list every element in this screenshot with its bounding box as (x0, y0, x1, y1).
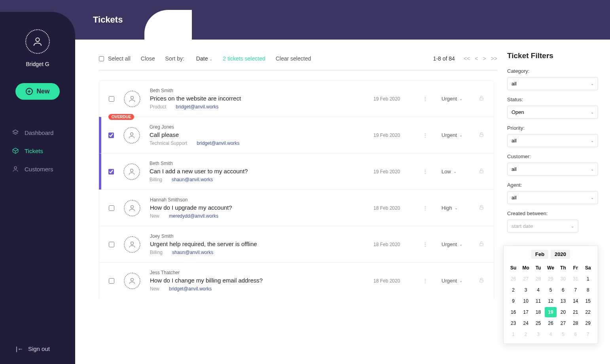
pager-prev[interactable]: < (475, 55, 478, 62)
calendar-day[interactable]: 7 (570, 285, 581, 295)
pager-first[interactable]: << (464, 55, 470, 62)
pager-last[interactable]: >> (491, 55, 497, 62)
select-all[interactable]: Select all (99, 55, 131, 62)
pager-next[interactable]: > (483, 55, 486, 62)
calendar-day[interactable]: 20 (557, 307, 569, 317)
new-button[interactable]: + New (15, 83, 60, 100)
calendar-day[interactable]: 24 (520, 318, 531, 328)
calendar-day[interactable]: 15 (582, 296, 594, 306)
ticket-priority[interactable]: Urgent ⌄ (441, 132, 469, 138)
calendar-day[interactable]: 6 (570, 329, 581, 339)
priority-select[interactable]: all ⌄ (507, 134, 598, 147)
calendar-year[interactable]: 2020 (551, 250, 570, 259)
ticket-card[interactable]: Joey SmithUrgent help required, the serv… (99, 226, 494, 263)
calendar-day[interactable]: 29 (582, 318, 594, 328)
calendar-day[interactable]: 9 (508, 296, 519, 306)
ticket-priority[interactable]: Urgent ⌄ (441, 278, 469, 284)
calendar-day[interactable]: 4 (532, 285, 544, 295)
nav-dashboard[interactable]: Dashboard (12, 123, 75, 142)
calendar-day[interactable]: 5 (545, 285, 556, 295)
ticket-meta: Technical Supportbridget@anvil.works (150, 140, 364, 146)
select-all-checkbox[interactable] (99, 56, 104, 61)
ticket-date: 18 Feb 2020 (373, 205, 409, 211)
calendar-day[interactable]: 10 (520, 296, 531, 306)
calendar-day[interactable]: 1 (508, 329, 519, 339)
calendar-day[interactable]: 2 (508, 285, 519, 295)
ticket-category: New (150, 213, 159, 219)
nav-tickets[interactable]: Tickets (12, 142, 75, 160)
calendar-day[interactable]: 30 (557, 274, 569, 284)
calendar-day[interactable]: 21 (570, 307, 581, 317)
calendar-day[interactable]: 17 (520, 307, 531, 317)
calendar-day[interactable]: 25 (532, 318, 544, 328)
calendar-day[interactable]: 5 (557, 329, 569, 339)
sortby-label: Sort by: (165, 55, 184, 62)
calendar-day[interactable]: 26 (508, 274, 519, 284)
ticket-priority[interactable]: Low ⌄ (441, 169, 469, 174)
calendar-day[interactable]: 16 (508, 307, 519, 317)
calendar-month[interactable]: Feb (531, 250, 548, 259)
calendar-day[interactable]: 13 (557, 296, 569, 306)
calendar-day[interactable]: 8 (582, 285, 594, 295)
ticket-card[interactable]: Jess ThatcherHow do I change my billing … (99, 262, 494, 299)
ticket-card[interactable]: Beth SmithCan I add a new user to my acc… (99, 153, 494, 190)
ticket-body: Hannah SmithsonHow do I upgrade my accou… (150, 197, 364, 219)
calendar-day[interactable]: 7 (582, 329, 594, 339)
signout-link[interactable]: |← Sign out (16, 345, 50, 352)
ticket-checkbox[interactable] (109, 205, 114, 211)
close-button[interactable]: Close (141, 55, 155, 62)
calendar-dow: Su (508, 263, 519, 273)
calendar-day[interactable]: 31 (570, 274, 581, 284)
calendar-day[interactable]: 18 (532, 307, 544, 317)
calendar-day[interactable]: 1 (582, 274, 594, 284)
ticket-menu[interactable]: ⋮ (419, 132, 432, 138)
customer-avatar (123, 127, 140, 144)
calendar-day[interactable]: 3 (520, 285, 531, 295)
ticket-card[interactable]: OVERDUEGreg JonesCall pleaseTechnical Su… (99, 117, 494, 154)
ticket-priority[interactable]: High ⌄ (441, 205, 469, 211)
start-date-input[interactable]: start date ⌄ (507, 220, 578, 233)
calendar-day[interactable]: 22 (582, 307, 594, 317)
agent-select[interactable]: all ⌄ (507, 191, 598, 204)
calendar-day[interactable]: 19 (545, 307, 556, 317)
calendar-day[interactable]: 12 (545, 296, 556, 306)
ticket-priority[interactable]: Urgent ⌄ (441, 241, 469, 247)
clear-selected[interactable]: Clear selected (276, 55, 311, 62)
nav: Dashboard Tickets Customers (0, 123, 75, 178)
category-select[interactable]: all ⌄ (507, 77, 598, 90)
user-avatar[interactable] (25, 29, 50, 54)
calendar-day[interactable]: 27 (557, 318, 569, 328)
ticket-card[interactable]: Beth SmithPrices on the website are inco… (99, 80, 494, 117)
calendar-day[interactable]: 3 (532, 329, 544, 339)
ticket-menu[interactable]: ⋮ (419, 205, 432, 211)
calendar-day[interactable]: 4 (545, 329, 556, 339)
ticket-menu[interactable]: ⋮ (419, 278, 432, 284)
select-all-label: Select all (108, 55, 131, 62)
sort-field[interactable]: Date ⌄ (196, 55, 212, 62)
ticket-menu[interactable]: ⋮ (419, 241, 432, 248)
ticket-checkbox[interactable] (109, 242, 114, 247)
ticket-checkbox[interactable] (108, 133, 114, 138)
calendar-day[interactable]: 14 (570, 296, 581, 306)
pager-range: 1-8 of 84 (433, 55, 455, 62)
ticket-priority[interactable]: Urgent ⌄ (441, 96, 469, 102)
ticket-date: 19 Feb 2020 (373, 96, 409, 102)
ticket-checkbox[interactable] (108, 169, 114, 174)
calendar-day[interactable]: 26 (545, 318, 556, 328)
status-select[interactable]: Open ⌄ (507, 106, 598, 119)
calendar-day[interactable]: 23 (508, 318, 519, 328)
nav-customers[interactable]: Customers (12, 160, 75, 178)
ticket-menu[interactable]: ⋮ (419, 96, 432, 102)
calendar-day[interactable]: 2 (520, 329, 531, 339)
calendar-day[interactable]: 11 (532, 296, 544, 306)
ticket-checkbox[interactable] (109, 96, 114, 102)
calendar-day[interactable]: 6 (557, 285, 569, 295)
ticket-card[interactable]: Hannah SmithsonHow do I upgrade my accou… (99, 190, 494, 226)
calendar-day[interactable]: 29 (545, 274, 556, 284)
customer-select[interactable]: all ⌄ (507, 163, 598, 176)
calendar-day[interactable]: 28 (570, 318, 581, 328)
calendar-day[interactable]: 27 (520, 274, 531, 284)
calendar-day[interactable]: 28 (532, 274, 544, 284)
ticket-menu[interactable]: ⋮ (419, 169, 432, 175)
ticket-checkbox[interactable] (109, 278, 114, 284)
